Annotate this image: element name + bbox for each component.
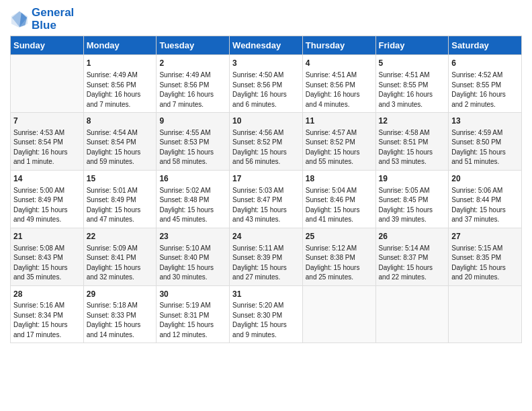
day-number: 6 bbox=[451, 58, 519, 69]
cell-info: Sunrise: 4:51 AMSunset: 8:56 PMDaylight:… bbox=[306, 71, 373, 109]
day-number: 10 bbox=[232, 116, 300, 127]
cell-info: Sunrise: 4:49 AMSunset: 8:56 PMDaylight:… bbox=[159, 71, 226, 109]
day-number: 24 bbox=[232, 231, 300, 242]
calendar-cell bbox=[11, 55, 84, 113]
cell-info: Sunrise: 4:56 AMSunset: 8:52 PMDaylight:… bbox=[232, 128, 300, 167]
cell-info: Sunrise: 5:09 AMSunset: 8:41 PMDaylight:… bbox=[87, 244, 154, 283]
calendar-cell: 21Sunrise: 5:08 AMSunset: 8:43 PMDayligh… bbox=[11, 228, 84, 285]
cell-info: Sunrise: 5:08 AMSunset: 8:43 PMDaylight:… bbox=[13, 244, 81, 283]
cell-info: Sunrise: 5:04 AMSunset: 8:46 PMDaylight:… bbox=[306, 186, 373, 225]
day-number: 22 bbox=[87, 231, 154, 242]
day-number: 2 bbox=[159, 58, 226, 69]
day-number: 30 bbox=[159, 289, 226, 300]
calendar-container: General Blue SundayMondayTuesdayWednesda… bbox=[0, 0, 532, 350]
day-number: 26 bbox=[379, 231, 446, 242]
calendar-cell: 6Sunrise: 4:52 AMSunset: 8:55 PMDaylight… bbox=[449, 55, 522, 113]
calendar-week-row: 21Sunrise: 5:08 AMSunset: 8:43 PMDayligh… bbox=[11, 228, 522, 285]
day-number: 15 bbox=[87, 173, 154, 185]
calendar-cell: 30Sunrise: 5:19 AMSunset: 8:31 PMDayligh… bbox=[157, 285, 230, 343]
cell-info: Sunrise: 5:11 AMSunset: 8:39 PMDaylight:… bbox=[232, 244, 300, 283]
day-number: 23 bbox=[159, 231, 226, 242]
day-number: 31 bbox=[232, 289, 300, 300]
cell-info: Sunrise: 4:51 AMSunset: 8:55 PMDaylight:… bbox=[379, 71, 446, 109]
weekday-header: Friday bbox=[375, 36, 449, 55]
day-number: 9 bbox=[159, 116, 226, 127]
calendar-cell: 20Sunrise: 5:06 AMSunset: 8:44 PMDayligh… bbox=[449, 170, 522, 228]
calendar-cell: 22Sunrise: 5:09 AMSunset: 8:41 PMDayligh… bbox=[83, 228, 157, 285]
day-number: 25 bbox=[306, 231, 373, 242]
calendar-cell: 23Sunrise: 5:10 AMSunset: 8:40 PMDayligh… bbox=[157, 228, 230, 285]
cell-info: Sunrise: 5:12 AMSunset: 8:38 PMDaylight:… bbox=[306, 244, 373, 283]
calendar-cell: 24Sunrise: 5:11 AMSunset: 8:39 PMDayligh… bbox=[230, 228, 303, 285]
calendar-cell: 29Sunrise: 5:18 AMSunset: 8:33 PMDayligh… bbox=[83, 285, 157, 343]
day-number: 8 bbox=[87, 116, 154, 127]
day-number: 17 bbox=[232, 173, 300, 185]
cell-info: Sunrise: 5:19 AMSunset: 8:31 PMDaylight:… bbox=[159, 301, 226, 340]
cell-info: Sunrise: 4:59 AMSunset: 8:50 PMDaylight:… bbox=[451, 128, 519, 167]
day-number: 4 bbox=[306, 58, 373, 69]
cell-info: Sunrise: 4:54 AMSunset: 8:54 PMDaylight:… bbox=[87, 128, 154, 167]
calendar-week-row: 28Sunrise: 5:16 AMSunset: 8:34 PMDayligh… bbox=[11, 285, 522, 343]
cell-info: Sunrise: 5:16 AMSunset: 8:34 PMDaylight:… bbox=[13, 301, 81, 340]
calendar-cell: 31Sunrise: 5:20 AMSunset: 8:30 PMDayligh… bbox=[230, 285, 303, 343]
calendar-cell: 13Sunrise: 4:59 AMSunset: 8:50 PMDayligh… bbox=[449, 113, 522, 171]
calendar-cell: 17Sunrise: 5:03 AMSunset: 8:47 PMDayligh… bbox=[230, 170, 303, 228]
cell-info: Sunrise: 5:10 AMSunset: 8:40 PMDaylight:… bbox=[159, 244, 226, 283]
logo: General Blue bbox=[10, 7, 74, 32]
calendar-cell: 1Sunrise: 4:49 AMSunset: 8:56 PMDaylight… bbox=[83, 55, 157, 113]
calendar-cell: 18Sunrise: 5:04 AMSunset: 8:46 PMDayligh… bbox=[302, 170, 375, 228]
calendar-cell: 9Sunrise: 4:55 AMSunset: 8:53 PMDaylight… bbox=[157, 113, 230, 171]
day-number: 3 bbox=[232, 58, 300, 69]
cell-info: Sunrise: 5:00 AMSunset: 8:49 PMDaylight:… bbox=[13, 186, 81, 225]
day-number: 1 bbox=[87, 58, 154, 69]
cell-info: Sunrise: 5:01 AMSunset: 8:49 PMDaylight:… bbox=[87, 186, 154, 225]
cell-info: Sunrise: 5:05 AMSunset: 8:45 PMDaylight:… bbox=[379, 186, 446, 225]
cell-info: Sunrise: 4:49 AMSunset: 8:56 PMDaylight:… bbox=[87, 71, 154, 109]
logo-text: General Blue bbox=[32, 7, 74, 32]
calendar-cell: 14Sunrise: 5:00 AMSunset: 8:49 PMDayligh… bbox=[11, 170, 84, 228]
day-number: 13 bbox=[451, 116, 519, 127]
weekday-header: Thursday bbox=[302, 36, 375, 55]
logo-icon bbox=[10, 10, 29, 29]
calendar-cell: 4Sunrise: 4:51 AMSunset: 8:56 PMDaylight… bbox=[302, 55, 375, 113]
cell-info: Sunrise: 4:57 AMSunset: 8:52 PMDaylight:… bbox=[306, 128, 373, 167]
day-number: 20 bbox=[451, 173, 519, 185]
calendar-cell bbox=[375, 285, 449, 343]
day-number: 7 bbox=[13, 116, 81, 127]
calendar-cell: 3Sunrise: 4:50 AMSunset: 8:56 PMDaylight… bbox=[230, 55, 303, 113]
calendar-cell bbox=[302, 285, 375, 343]
calendar-cell: 27Sunrise: 5:15 AMSunset: 8:35 PMDayligh… bbox=[449, 228, 522, 285]
day-number: 21 bbox=[13, 231, 81, 242]
calendar-cell: 12Sunrise: 4:58 AMSunset: 8:51 PMDayligh… bbox=[375, 113, 449, 171]
day-number: 27 bbox=[451, 231, 519, 242]
cell-info: Sunrise: 5:03 AMSunset: 8:47 PMDaylight:… bbox=[232, 186, 300, 225]
cell-info: Sunrise: 5:18 AMSunset: 8:33 PMDaylight:… bbox=[87, 301, 154, 340]
calendar-cell: 7Sunrise: 4:53 AMSunset: 8:54 PMDaylight… bbox=[11, 113, 84, 171]
cell-info: Sunrise: 5:02 AMSunset: 8:48 PMDaylight:… bbox=[159, 186, 226, 225]
calendar-cell: 15Sunrise: 5:01 AMSunset: 8:49 PMDayligh… bbox=[83, 170, 157, 228]
cell-info: Sunrise: 5:15 AMSunset: 8:35 PMDaylight:… bbox=[451, 244, 519, 283]
calendar-cell: 16Sunrise: 5:02 AMSunset: 8:48 PMDayligh… bbox=[157, 170, 230, 228]
calendar-cell: 26Sunrise: 5:14 AMSunset: 8:37 PMDayligh… bbox=[375, 228, 449, 285]
day-number: 28 bbox=[13, 289, 81, 300]
day-number: 12 bbox=[379, 116, 446, 127]
cell-info: Sunrise: 5:14 AMSunset: 8:37 PMDaylight:… bbox=[379, 244, 446, 283]
cell-info: Sunrise: 4:50 AMSunset: 8:56 PMDaylight:… bbox=[232, 71, 300, 109]
weekday-header: Sunday bbox=[11, 36, 84, 55]
cell-info: Sunrise: 4:52 AMSunset: 8:55 PMDaylight:… bbox=[451, 71, 519, 109]
calendar-week-row: 7Sunrise: 4:53 AMSunset: 8:54 PMDaylight… bbox=[11, 113, 522, 171]
calendar-cell: 11Sunrise: 4:57 AMSunset: 8:52 PMDayligh… bbox=[302, 113, 375, 171]
weekday-header: Monday bbox=[83, 36, 157, 55]
weekday-header: Tuesday bbox=[157, 36, 230, 55]
calendar-cell: 10Sunrise: 4:56 AMSunset: 8:52 PMDayligh… bbox=[230, 113, 303, 171]
calendar-cell: 19Sunrise: 5:05 AMSunset: 8:45 PMDayligh… bbox=[375, 170, 449, 228]
cell-info: Sunrise: 5:20 AMSunset: 8:30 PMDaylight:… bbox=[232, 301, 300, 340]
day-number: 11 bbox=[306, 116, 373, 127]
weekday-header: Wednesday bbox=[230, 36, 303, 55]
day-number: 18 bbox=[306, 173, 373, 185]
day-number: 14 bbox=[13, 173, 81, 185]
calendar-cell: 28Sunrise: 5:16 AMSunset: 8:34 PMDayligh… bbox=[11, 285, 84, 343]
day-number: 19 bbox=[379, 173, 446, 185]
cell-info: Sunrise: 4:55 AMSunset: 8:53 PMDaylight:… bbox=[159, 128, 226, 167]
cell-info: Sunrise: 5:06 AMSunset: 8:44 PMDaylight:… bbox=[451, 186, 519, 225]
